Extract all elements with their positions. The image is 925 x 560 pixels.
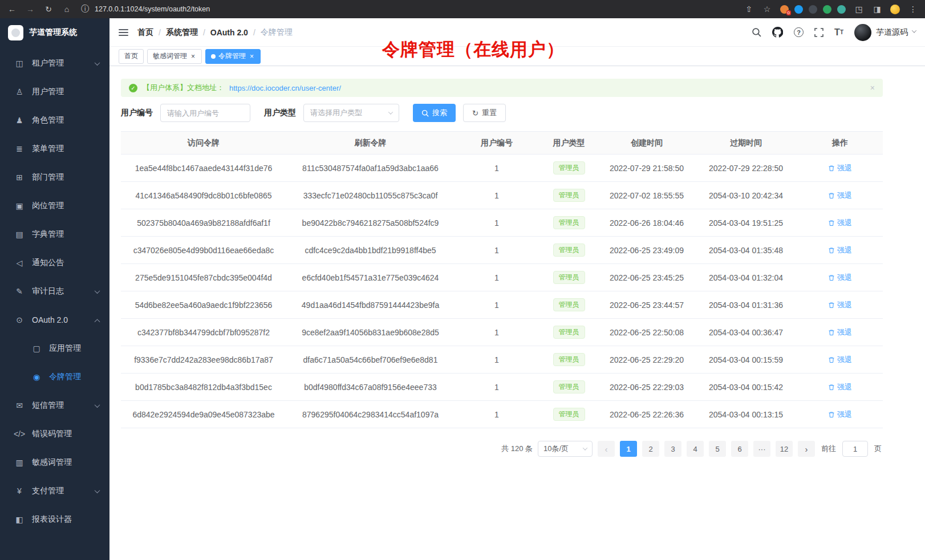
page-button[interactable]: 4 xyxy=(687,441,704,457)
sidebar-item[interactable]: ◁ 通知公告 xyxy=(0,249,109,277)
sidebar-item[interactable]: ✎ 审计日志 xyxy=(0,277,109,306)
sidebar-item[interactable]: ▤ 字典管理 xyxy=(0,220,109,249)
app-logo[interactable]: 芋道管理系统 xyxy=(0,18,109,47)
doc-link[interactable]: https://doc.iocoder.cn/user-center/ xyxy=(229,84,341,92)
address-bar[interactable]: ⓘ 127.0.0.1:1024/system/oauth2/token xyxy=(80,4,736,14)
sidebar-item[interactable]: ◧ 报表设计器 xyxy=(0,505,109,534)
github-icon[interactable] xyxy=(772,27,783,38)
sidebar-item-label: 审计日志 xyxy=(32,286,64,297)
expire-time-cell: 2054-03-04 00:15:42 xyxy=(695,374,797,401)
page-size-select[interactable]: 10条/页 xyxy=(538,441,593,457)
access-token-cell: 41c41346a548490f9dc8b01c6bfe0865 xyxy=(121,182,286,209)
breadcrumb-item[interactable]: 系统管理 xyxy=(166,27,198,38)
doc-alert: ✓ 【用户体系】文档地址： https://doc.iocoder.cn/use… xyxy=(121,79,883,97)
extension-orange-icon[interactable]: 0 xyxy=(780,5,789,14)
user-id-input[interactable] xyxy=(160,104,250,122)
sidebar-item[interactable]: ▣ 岗位管理 xyxy=(0,192,109,220)
page-button[interactable]: › xyxy=(798,441,815,457)
user-type-select[interactable]: 请选择用户类型 xyxy=(303,104,399,122)
sidebar-item[interactable]: ◉ 令牌管理 xyxy=(0,363,109,391)
user-id-cell: 1 xyxy=(455,374,539,401)
breadcrumb-item[interactable]: 令牌管理 xyxy=(261,27,293,38)
search-icon[interactable] xyxy=(752,27,761,37)
page-button[interactable]: 12 xyxy=(776,441,793,457)
alert-close-icon[interactable]: × xyxy=(870,83,875,92)
share-icon[interactable]: ⇧ xyxy=(744,5,754,14)
breadcrumb-separator: / xyxy=(253,28,255,37)
breadcrumb-item[interactable]: 首页 xyxy=(137,27,153,38)
page-button[interactable]: 1 xyxy=(620,441,637,457)
reload-button[interactable]: ↻ xyxy=(43,5,54,14)
sidebar-item[interactable]: ≣ 菜单管理 xyxy=(0,135,109,163)
force-logout-button[interactable]: 强退 xyxy=(828,190,852,201)
force-logout-button[interactable]: 强退 xyxy=(828,409,852,420)
force-logout-button[interactable]: 强退 xyxy=(828,245,852,255)
sidebar-item[interactable]: ♙ 用户管理 xyxy=(0,78,109,106)
force-logout-button[interactable]: 强退 xyxy=(828,300,852,310)
panel-toggle-icon[interactable]: ◨ xyxy=(872,5,882,14)
search-button[interactable]: 搜索 xyxy=(413,104,456,122)
back-button[interactable]: ← xyxy=(7,5,17,14)
extension-blue-icon[interactable] xyxy=(794,5,803,14)
site-info-icon[interactable]: ⓘ xyxy=(80,4,90,14)
font-size-icon[interactable]: TT xyxy=(834,27,843,38)
force-logout-button[interactable]: 强退 xyxy=(828,163,852,173)
reset-button[interactable]: ↻ 重置 xyxy=(463,104,506,122)
sidebar-item[interactable]: ♟ 角色管理 xyxy=(0,106,109,135)
close-icon[interactable]: × xyxy=(190,52,196,60)
sidebar-item[interactable]: ⊞ 部门管理 xyxy=(0,163,109,192)
breadcrumb-item[interactable]: OAuth 2.0 xyxy=(210,28,248,37)
view-tab[interactable]: 首页 × xyxy=(119,49,144,64)
sidebar-item[interactable]: ✉ 短信管理 xyxy=(0,391,109,420)
goto-page-input[interactable] xyxy=(842,441,868,457)
page-button[interactable]: 2 xyxy=(642,441,659,457)
sidebar-item[interactable]: ▥ 敏感词管理 xyxy=(0,448,109,477)
sidebar-item-label: 菜单管理 xyxy=(32,144,64,154)
sidebar-item[interactable]: </> 错误码管理 xyxy=(0,420,109,448)
view-tab[interactable]: 令牌管理 × xyxy=(205,49,261,64)
force-logout-button[interactable]: 强退 xyxy=(828,327,852,338)
announcement-menu-icon: ◁ xyxy=(13,258,26,267)
force-logout-button[interactable]: 强退 xyxy=(828,382,852,392)
bookmark-star-icon[interactable]: ☆ xyxy=(762,5,772,14)
user-type-tag: 管理员 xyxy=(553,271,585,285)
extension-teal-icon[interactable] xyxy=(837,5,846,14)
sidebar-item[interactable]: ¥ 支付管理 xyxy=(0,477,109,505)
page-button[interactable]: 6 xyxy=(731,441,748,457)
sidebar-item-label: 错误码管理 xyxy=(32,429,72,439)
page-button[interactable]: 3 xyxy=(664,441,681,457)
sidebar-item[interactable]: ⊙ OAuth 2.0 xyxy=(0,306,109,334)
user-type-cell: 管理员 xyxy=(539,401,599,428)
force-logout-label: 强退 xyxy=(837,382,852,392)
extension-dark-icon[interactable] xyxy=(809,5,817,14)
browser-profile-avatar[interactable] xyxy=(890,5,900,14)
sidebar-item-label: 应用管理 xyxy=(49,343,81,354)
user-type-tag: 管理员 xyxy=(553,298,585,312)
user-menu[interactable]: 芋道源码 xyxy=(854,24,916,41)
sidebar-item[interactable]: ▢ 应用管理 xyxy=(0,334,109,363)
pay-menu-icon: ¥ xyxy=(13,486,26,496)
page-size-value: 10条/页 xyxy=(543,444,569,454)
extension-green-icon[interactable] xyxy=(823,5,831,14)
force-logout-button[interactable]: 强退 xyxy=(828,273,852,283)
close-icon[interactable]: × xyxy=(249,52,255,60)
help-icon[interactable]: ? xyxy=(794,27,804,37)
page-button[interactable]: ‹ xyxy=(598,441,615,457)
extensions-puzzle-icon[interactable]: ◳ xyxy=(854,5,864,14)
forward-button[interactable]: → xyxy=(25,5,35,14)
token-menu-icon: ◉ xyxy=(30,372,43,382)
force-logout-button[interactable]: 强退 xyxy=(828,218,852,228)
token-table-body: 1ea5e44f8bc1467aaede43144f31de76 811c530… xyxy=(121,155,883,428)
sms-menu-icon: ✉ xyxy=(13,401,26,410)
home-button[interactable]: ⌂ xyxy=(62,5,72,14)
action-cell: 强退 xyxy=(797,319,883,346)
page-button[interactable]: 5 xyxy=(709,441,726,457)
col-refresh-token: 刷新令牌 xyxy=(286,132,455,155)
kebab-menu-icon[interactable]: ⋮ xyxy=(908,5,918,14)
page-button[interactable]: ··· xyxy=(753,441,770,457)
view-tab[interactable]: 敏感词管理 × xyxy=(147,49,202,64)
sidebar-item[interactable]: ◫ 租户管理 xyxy=(0,49,109,78)
fullscreen-icon[interactable] xyxy=(814,28,823,37)
sidebar-collapse-button[interactable] xyxy=(119,29,128,36)
force-logout-button[interactable]: 强退 xyxy=(828,355,852,365)
